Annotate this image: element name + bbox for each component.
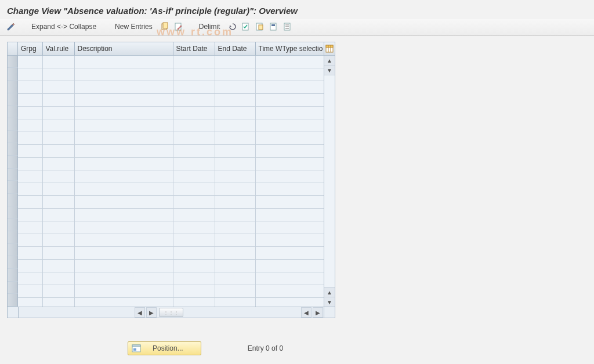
table-row bbox=[18, 247, 324, 260]
row-selector-column bbox=[8, 42, 18, 307]
table-row bbox=[18, 209, 324, 221]
row-selector[interactable] bbox=[8, 282, 18, 294]
scroll-up-step-icon[interactable]: ▼ bbox=[324, 65, 335, 75]
row-selector[interactable] bbox=[8, 105, 18, 118]
col-header-valrule[interactable]: Val.rule bbox=[42, 42, 74, 56]
undo-icon[interactable] bbox=[227, 21, 237, 32]
table-row bbox=[18, 298, 324, 307]
data-grid: Grpg Val.rule Description Start Date End… bbox=[18, 42, 324, 307]
table-settings-icon[interactable] bbox=[324, 42, 335, 56]
svg-rect-1 bbox=[163, 23, 168, 28]
col-header-end-date[interactable]: End Date bbox=[215, 42, 255, 56]
scroll-left-icon[interactable]: ◀ bbox=[135, 307, 145, 318]
new-entries-button[interactable]: New Entries bbox=[111, 21, 156, 32]
table-row bbox=[18, 272, 324, 285]
scroll-down-step-icon[interactable]: ▲ bbox=[324, 287, 335, 297]
svg-rect-13 bbox=[326, 45, 333, 48]
row-selector[interactable] bbox=[8, 219, 18, 231]
row-selector[interactable] bbox=[8, 156, 18, 169]
horizontal-scrollbar[interactable]: ◀ ▶ ⋮⋮⋮ ◀ ▶ bbox=[8, 307, 335, 318]
sheet-check-icon[interactable] bbox=[241, 21, 251, 32]
table-row bbox=[18, 68, 324, 81]
row-selector[interactable] bbox=[8, 68, 18, 81]
scroll-thumb[interactable]: ⋮⋮⋮ bbox=[159, 308, 183, 317]
svg-rect-7 bbox=[271, 24, 275, 26]
table-row bbox=[18, 119, 324, 132]
entry-counter: Entry 0 of 0 bbox=[248, 344, 283, 352]
sheet-select-icon[interactable] bbox=[269, 21, 279, 32]
row-selector[interactable] bbox=[8, 269, 18, 282]
row-selector[interactable] bbox=[8, 231, 18, 244]
table-row bbox=[18, 196, 324, 209]
scroll-track[interactable] bbox=[324, 75, 335, 287]
table-row bbox=[18, 234, 324, 247]
svg-rect-5 bbox=[259, 25, 263, 30]
row-selector[interactable] bbox=[8, 206, 18, 219]
row-selector[interactable] bbox=[8, 143, 18, 156]
table-row bbox=[18, 132, 324, 145]
row-selector[interactable] bbox=[8, 244, 18, 257]
table-row bbox=[18, 158, 324, 170]
col-header-grpg[interactable]: Grpg bbox=[18, 42, 42, 56]
vertical-scrollbar[interactable]: ▲ ▼ ▲ ▼ bbox=[324, 42, 335, 307]
svg-rect-18 bbox=[133, 348, 136, 351]
table-row bbox=[18, 221, 324, 234]
data-grid-frame: Grpg Val.rule Description Start Date End… bbox=[7, 42, 335, 318]
sheet-variant-icon[interactable] bbox=[255, 21, 265, 32]
col-header-start-date[interactable]: Start Date bbox=[173, 42, 215, 56]
row-selector[interactable] bbox=[8, 194, 18, 206]
col-header-description[interactable]: Description bbox=[74, 42, 173, 56]
table-row bbox=[18, 94, 324, 107]
table-row bbox=[18, 260, 324, 272]
edit-toggle-icon[interactable] bbox=[6, 21, 16, 32]
table-row bbox=[18, 81, 324, 94]
svg-rect-6 bbox=[270, 23, 276, 30]
footer: Position... Entry 0 of 0 bbox=[0, 341, 594, 355]
scroll-down-icon[interactable]: ▼ bbox=[324, 297, 335, 307]
row-selector[interactable] bbox=[8, 256, 18, 269]
scroll-left-step-icon[interactable]: ▶ bbox=[146, 307, 157, 318]
table-row bbox=[18, 285, 324, 298]
position-button[interactable]: Position... bbox=[128, 341, 201, 355]
row-selector[interactable] bbox=[8, 118, 18, 131]
table-row bbox=[18, 183, 324, 196]
delimit-button[interactable]: Delimit bbox=[195, 21, 224, 32]
scroll-right-icon[interactable]: ▶ bbox=[313, 307, 323, 318]
table-row bbox=[18, 107, 324, 119]
svg-rect-17 bbox=[132, 345, 140, 347]
row-selector[interactable] bbox=[8, 169, 18, 181]
table-row bbox=[18, 145, 324, 158]
grid-body bbox=[18, 56, 324, 307]
scroll-up-icon[interactable]: ▲ bbox=[324, 56, 335, 65]
page-title: Change View "Absence valuation: 'As-if' … bbox=[0, 0, 594, 19]
row-selector[interactable] bbox=[8, 93, 18, 106]
col-header-time-wtype[interactable]: Time WType selectio bbox=[255, 42, 324, 56]
table-row bbox=[18, 170, 324, 183]
sheet-list-icon[interactable] bbox=[282, 21, 293, 32]
row-selector[interactable] bbox=[8, 56, 18, 68]
row-selector[interactable] bbox=[8, 81, 18, 93]
position-icon bbox=[132, 344, 141, 353]
position-label: Position... bbox=[153, 344, 183, 352]
copy-icon[interactable] bbox=[160, 21, 170, 32]
scroll-right-step-icon[interactable]: ◀ bbox=[301, 307, 312, 318]
table-row bbox=[18, 56, 324, 68]
select-all-handle[interactable] bbox=[8, 42, 18, 56]
row-selector[interactable] bbox=[8, 294, 18, 307]
sheet-edit-icon[interactable] bbox=[173, 21, 184, 32]
row-selector[interactable] bbox=[8, 181, 18, 194]
row-selector[interactable] bbox=[8, 131, 18, 144]
expand-collapse-button[interactable]: Expand <-> Collapse bbox=[28, 21, 100, 32]
app-toolbar: Expand <-> Collapse New Entries Delimit bbox=[0, 19, 594, 36]
